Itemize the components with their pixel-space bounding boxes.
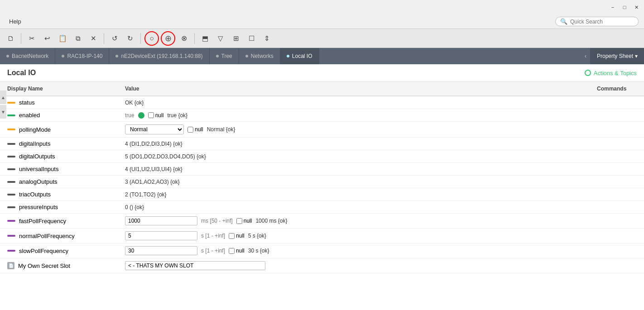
actions-topics-button[interactable]: Actions & Topics xyxy=(585,70,637,76)
redo-button[interactable]: ↻ xyxy=(123,32,137,45)
prop-name-cell: status xyxy=(0,96,118,109)
property-sheet-chevron: ▾ xyxy=(635,53,638,59)
tab-networks[interactable]: Networks xyxy=(239,48,280,64)
prop-name-cell: digitalInputs xyxy=(0,138,118,150)
tab-bar: BacnetNetwork RAC18-IP-140 nE2DeviceExt … xyxy=(0,48,644,64)
polling-null-wrap: null xyxy=(187,126,203,133)
green-circle-icon xyxy=(585,70,591,76)
slow-poll-input[interactable] xyxy=(125,246,197,255)
nav-up[interactable]: ▲ xyxy=(0,91,6,104)
table-row: digitalOutputs 5 (DO1,DO2,DO3,DO4,DO5) {… xyxy=(0,150,644,163)
fast-poll-null-checkbox[interactable] xyxy=(236,218,242,224)
prop-value-cell: 2 (TO1,TO2) {ok} xyxy=(118,188,590,201)
prop-name-cell: pollingMode xyxy=(0,122,118,138)
cut-button[interactable]: ✂ xyxy=(25,32,38,45)
digital-outputs-value: 5 (DO1,DO2,DO3,DO4,DO5) {ok} xyxy=(125,153,206,160)
prop-commands-cell xyxy=(590,229,644,243)
enabled-true-label: true xyxy=(125,112,135,119)
circle-empty-button[interactable]: ○ xyxy=(144,31,159,46)
left-nav: ▲ ▼ xyxy=(0,91,6,119)
tab-local-io[interactable]: Local IO xyxy=(280,48,319,64)
indicator-dark xyxy=(7,168,15,170)
property-table-scroll: Display Name Value Commands status xyxy=(0,82,644,310)
minimize-button[interactable]: − xyxy=(609,3,617,11)
box-button[interactable]: ☐ xyxy=(245,32,258,45)
maximize-button[interactable]: □ xyxy=(620,3,629,11)
filter-button[interactable]: ▽ xyxy=(214,32,227,45)
tab-rac18[interactable]: RAC18-IP-140 xyxy=(55,48,109,64)
prop-commands-cell xyxy=(590,163,644,176)
circle-plus-button[interactable]: ⊕ xyxy=(161,31,175,46)
prop-name-label: universalInputs xyxy=(19,166,58,172)
prop-name-label: analogOutputs xyxy=(19,178,58,185)
prop-name-cell: pressureInputs xyxy=(0,201,118,214)
tab-scroll-left[interactable]: ‹ xyxy=(581,48,591,64)
help-menu[interactable]: Help xyxy=(5,16,25,27)
slow-poll-null-label: null xyxy=(236,248,245,254)
nav-down[interactable]: ▼ xyxy=(0,105,6,119)
prop-commands-cell xyxy=(590,96,644,109)
new-doc-button[interactable]: 🗋 xyxy=(4,32,17,45)
circle-x-button[interactable]: ⊗ xyxy=(177,32,191,45)
slow-poll-null-checkbox[interactable] xyxy=(229,248,235,254)
polling-mode-select[interactable]: Normal Fast Slow xyxy=(125,124,184,134)
enabled-null-checkbox[interactable] xyxy=(148,112,154,118)
copy-button[interactable]: ⧉ xyxy=(71,32,85,45)
toolbar-sep-3 xyxy=(140,33,141,44)
polling-null-checkbox[interactable] xyxy=(187,127,193,133)
tab-label: Local IO xyxy=(292,53,312,59)
fast-poll-input[interactable] xyxy=(125,216,197,225)
enabled-null-label: null xyxy=(155,112,164,119)
prop-value-cell: OK {ok} xyxy=(118,96,590,109)
title-bar: − □ ✕ xyxy=(0,0,644,14)
prop-value-cell: 0 () {ok} xyxy=(118,201,590,214)
indicator-purple xyxy=(7,250,15,252)
triac-outputs-value: 2 (TO1,TO2) {ok} xyxy=(125,191,167,198)
table-row: 📄 My Own Secret Slot xyxy=(0,258,644,273)
close-button[interactable]: ✕ xyxy=(632,3,640,11)
sort-button[interactable]: ⇕ xyxy=(260,32,274,45)
indicator-dark xyxy=(7,194,15,196)
export-button[interactable]: ⬒ xyxy=(198,32,212,45)
tab-tree[interactable]: Tree xyxy=(210,48,239,64)
indicator-dark xyxy=(7,143,15,145)
table-row: digitalInputs 4 (DI1,DI2,DI3,DI4) {ok} xyxy=(0,138,644,150)
normal-poll-null-checkbox[interactable] xyxy=(229,233,235,239)
normal-poll-input[interactable] xyxy=(125,231,197,240)
tab-label: nE2DeviceExt (192.168.1.140:88) xyxy=(121,53,202,59)
property-sheet-tab[interactable]: Property Sheet ▾ xyxy=(591,48,644,64)
indicator-dark xyxy=(7,181,15,183)
copy-back-button[interactable]: ↩ xyxy=(40,32,54,45)
toolbar-sep-1 xyxy=(21,33,21,44)
table-row: status OK {ok} xyxy=(0,96,644,109)
prop-name-label: pollingMode xyxy=(19,126,51,133)
slow-poll-range: s [1 - +inf] xyxy=(201,248,225,254)
delete-button[interactable]: ✕ xyxy=(87,32,100,45)
page-title: Local IO xyxy=(7,69,36,77)
table-row: slowPollFrequency s [1 - +inf] null xyxy=(0,243,644,258)
table-row: normalPollFrequency s [1 - +inf] null xyxy=(0,229,644,243)
undo-button[interactable]: ↺ xyxy=(108,32,121,45)
quick-search-area: 🔍 xyxy=(555,17,639,26)
fast-poll-ok: 1000 ms {ok} xyxy=(255,218,287,224)
fast-poll-null-label: null xyxy=(244,218,252,224)
search-input[interactable] xyxy=(570,19,634,25)
table-row: pollingMode Normal Fast Slow xyxy=(0,122,644,138)
normal-poll-null-wrap: null xyxy=(229,233,245,239)
prop-name-label: status xyxy=(19,99,35,106)
grid-button[interactable]: ⊞ xyxy=(229,32,243,45)
secret-slot-input[interactable] xyxy=(125,261,265,270)
normal-poll-range: s [1 - +inf] xyxy=(201,233,225,239)
clipboard-button[interactable]: 📋 xyxy=(56,32,69,45)
table-row: triacOutputs 2 (TO1,TO2) {ok} xyxy=(0,188,644,201)
tab-ne2device[interactable]: nE2DeviceExt (192.168.1.140:88) xyxy=(109,48,209,64)
prop-commands-cell xyxy=(590,138,644,150)
enabled-toggle[interactable] xyxy=(138,112,144,119)
prop-value-cell: 3 (AO1,AO2,AO3) {ok} xyxy=(118,176,590,188)
indicator-dark xyxy=(7,156,15,157)
prop-value-cell: 4 (DI1,DI2,DI3,DI4) {ok} xyxy=(118,138,590,150)
prop-commands-cell xyxy=(590,109,644,122)
tab-bacnet-network[interactable]: BacnetNetwork xyxy=(0,48,55,64)
prop-name-cell: universalInputs xyxy=(0,163,118,176)
prop-commands-cell xyxy=(590,258,644,273)
